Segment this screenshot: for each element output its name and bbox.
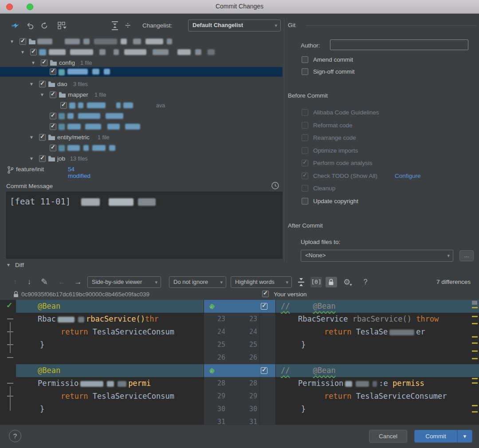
signoff-commit-checkbox[interactable] <box>302 68 308 75</box>
file-count: 1 file <box>80 60 92 66</box>
expand-arrow-icon[interactable]: ▼ <box>29 156 34 161</box>
expand-arrow-icon[interactable]: ▼ <box>20 50 25 55</box>
upload-target-dropdown[interactable]: <None> ▾ <box>301 250 453 262</box>
tree-row[interactable] <box>0 122 283 132</box>
diff-section-header[interactable]: Diff <box>15 262 24 268</box>
whitespace-dropdown[interactable]: Do not ignore ▾ <box>169 276 226 288</box>
chevron-down-icon: ▾ <box>463 433 467 440</box>
commit-options-button[interactable]: ▾ <box>457 430 472 443</box>
tree-row-dao[interactable]: ▼ dao 3 files <box>0 79 283 90</box>
rearrange-code-checkbox[interactable] <box>302 134 308 141</box>
author-input[interactable] <box>330 39 468 50</box>
collapse-unchanged-icon[interactable] <box>296 277 306 287</box>
upload-files-label: Upload files to: <box>301 239 340 245</box>
applied-check-icon[interactable]: ✓ <box>6 301 12 310</box>
tree-row[interactable] <box>0 143 283 153</box>
undo-icon[interactable] <box>26 21 35 30</box>
check-todo-checkbox[interactable] <box>302 173 308 179</box>
code-text: TeslaServiceConsum <box>93 327 174 336</box>
configure-link[interactable]: Configure <box>395 173 421 179</box>
next-difference-icon[interactable]: ↓ <box>24 277 35 287</box>
stripe-thumb[interactable] <box>472 301 477 305</box>
optimize-imports-checkbox[interactable] <box>302 147 308 154</box>
viewer-mode-dropdown[interactable]: Side-by-side viewer ▾ <box>87 276 161 288</box>
expand-arrow-icon[interactable]: ▼ <box>29 135 34 140</box>
line-number: 26 <box>242 351 257 364</box>
message-history-icon[interactable] <box>271 181 279 190</box>
tree-row-mapper[interactable]: ▼ mapper 1 file <box>0 90 283 100</box>
refresh-icon[interactable] <box>40 21 49 30</box>
previous-file-icon[interactable]: ← <box>57 277 67 287</box>
row-checkbox[interactable] <box>50 145 56 151</box>
cleanup-checkbox[interactable] <box>302 185 308 192</box>
code-comment: @Bean <box>313 366 335 375</box>
row-checkbox[interactable] <box>39 81 46 87</box>
error-stripe[interactable] <box>471 300 479 424</box>
expand-divider-icon[interactable]: ÷ <box>122 20 133 31</box>
amend-commit-checkbox[interactable] <box>302 56 308 63</box>
row-checkbox[interactable] <box>50 68 56 75</box>
reformat-code-label: Reformat code <box>313 122 353 129</box>
diff-collapse-arrow-icon[interactable]: ▾ <box>7 262 10 268</box>
line-number: 31 <box>210 416 225 424</box>
row-checkbox[interactable] <box>39 134 46 141</box>
row-checkbox[interactable] <box>20 38 26 45</box>
tree-row[interactable]: ▼ <box>0 47 283 58</box>
code-text: } <box>301 405 306 413</box>
collapse-all-icon[interactable] <box>110 20 120 31</box>
line-number: 26 <box>210 351 225 364</box>
expand-arrow-icon[interactable]: ▼ <box>40 92 44 97</box>
next-file-icon[interactable]: → <box>73 277 83 287</box>
alibaba-guidelines-checkbox[interactable] <box>302 109 308 116</box>
help-button[interactable]: ? <box>9 430 21 442</box>
changelist-dropdown[interactable]: Default Changelist ▾ <box>188 20 281 31</box>
tree-row[interactable]: ava <box>0 100 283 111</box>
modified-count-link[interactable]: 54 modified <box>68 166 90 179</box>
row-checkbox[interactable] <box>39 155 46 162</box>
reformat-code-checkbox[interactable] <box>302 122 308 129</box>
viewer-mode-value: Side-by-side viewer <box>92 279 142 285</box>
tree-row-job[interactable]: ▼ job 13 files <box>0 153 283 164</box>
row-checkbox[interactable] <box>50 113 56 119</box>
code-text: } <box>40 405 44 413</box>
tree-row-entity-metric[interactable]: ▼ entity/metric 1 file <box>0 132 283 143</box>
folder-icon <box>48 134 55 141</box>
tree-row[interactable]: ▼ <box>0 36 283 47</box>
code-comment: @Bean <box>313 302 335 310</box>
panel-splitter[interactable] <box>284 19 284 262</box>
highlight-mode-dropdown[interactable]: Highlight words ▾ <box>231 276 292 288</box>
browse-upload-button[interactable]: ... <box>459 250 474 261</box>
update-copyright-checkbox[interactable] <box>302 198 308 204</box>
include-change-checkbox[interactable] <box>261 367 267 374</box>
edit-icon[interactable]: ✎ <box>39 277 50 287</box>
chevron-down-icon: ▾ <box>220 277 223 287</box>
previous-difference-icon[interactable]: ↑ <box>10 277 20 287</box>
group-by-icon[interactable] <box>58 21 68 30</box>
row-checkbox[interactable] <box>60 102 67 109</box>
diff-help-icon[interactable]: ? <box>360 277 371 287</box>
diff-left-pane[interactable]: ✓ @Bean RbacrbacService()thr return Tesl… <box>0 300 204 424</box>
expand-arrow-icon[interactable]: ▼ <box>31 60 35 65</box>
row-checkbox[interactable] <box>30 49 37 55</box>
code-analysis-checkbox[interactable] <box>302 160 308 166</box>
tree-row[interactable] <box>0 111 283 122</box>
commit-message-editor[interactable]: [feat 11-01] <box>6 192 283 259</box>
row-checkbox[interactable] <box>50 123 56 130</box>
expand-arrow-icon[interactable]: ▼ <box>29 82 34 86</box>
readonly-lock-icon[interactable] <box>326 277 337 287</box>
diff-right-pane[interactable]: //@Bean RbacService rbacService() throw … <box>276 300 479 424</box>
row-checkbox[interactable] <box>41 59 47 66</box>
expand-arrow-icon[interactable]: ▼ <box>10 39 14 44</box>
context-lines-icon[interactable]: [0] <box>310 277 322 287</box>
include-change-checkbox[interactable] <box>261 303 267 310</box>
folder-name: job <box>57 155 65 162</box>
cancel-button[interactable]: Cancel <box>369 430 407 443</box>
commit-button[interactable]: Commit <box>414 430 457 443</box>
code-keyword: thr <box>145 314 159 323</box>
tree-row-selected[interactable] <box>0 67 283 77</box>
row-checkbox[interactable] <box>50 91 56 98</box>
code-text: er <box>416 327 425 336</box>
show-diff-icon[interactable] <box>11 21 20 30</box>
your-version-checkbox[interactable] <box>262 291 269 297</box>
code-keyword: throw <box>416 314 439 323</box>
